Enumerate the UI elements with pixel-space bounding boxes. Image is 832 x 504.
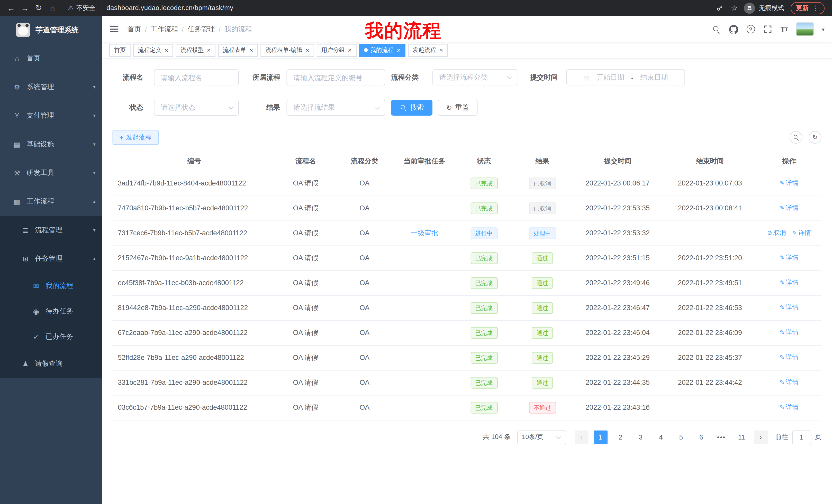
font-size-icon[interactable]: TT	[781, 24, 788, 34]
create-process-button[interactable]: + 发起流程	[113, 130, 159, 145]
fullscreen-icon[interactable]	[763, 24, 773, 34]
tab-流程模型[interactable]: 流程模型 ×	[176, 44, 215, 57]
sidebar-item-home[interactable]: ⌂ 首页	[0, 44, 102, 73]
sidebar-item-leave-query[interactable]: ♟ 请假查询	[0, 349, 102, 378]
page-button-3[interactable]: 3	[634, 430, 648, 444]
close-icon[interactable]: ×	[306, 47, 309, 53]
goto-page-input[interactable]	[792, 430, 811, 444]
category-select[interactable]: 请选择流程分类	[433, 69, 517, 85]
status-select[interactable]: 请选择状态	[154, 100, 239, 116]
prev-page-button[interactable]: ‹	[574, 430, 588, 444]
next-page-button[interactable]: ›	[754, 430, 768, 444]
cell-current-task	[394, 171, 455, 196]
detail-link[interactable]: ✎详情	[780, 254, 799, 261]
sidebar-item-todo-tasks[interactable]: ◉ 待办任务	[0, 299, 102, 324]
close-icon[interactable]: ×	[348, 47, 352, 53]
tab-流程表单[interactable]: 流程表单 ×	[218, 44, 258, 57]
cancel-link[interactable]: ⊘取消	[767, 229, 786, 236]
bookmark-star-icon[interactable]: ☆	[731, 4, 738, 12]
close-icon[interactable]: ×	[397, 47, 400, 53]
menu-dots-icon[interactable]: ⋮	[812, 4, 820, 12]
caret-down-icon[interactable]: ▾	[822, 26, 825, 32]
home-icon[interactable]: ⌂	[46, 3, 59, 12]
current-task-link[interactable]: 一级审批	[411, 229, 438, 237]
header-search-icon[interactable]	[711, 24, 721, 34]
close-icon[interactable]: ×	[439, 47, 443, 53]
tab-流程定义[interactable]: 流程定义 ×	[133, 44, 173, 57]
tab-首页[interactable]: 首页	[109, 44, 131, 57]
avatar[interactable]	[796, 22, 814, 36]
sidebar-item-infra[interactable]: ▤ 基础设施 ▾	[0, 130, 102, 159]
search-button[interactable]: 搜索	[391, 100, 433, 116]
help-icon[interactable]: ?	[747, 25, 755, 33]
github-icon[interactable]	[729, 24, 738, 34]
sidebar-item-system[interactable]: ⚙ 系统管理 ▾	[0, 73, 102, 101]
breadcrumb-item[interactable]: 任务管理	[187, 24, 215, 34]
close-icon[interactable]: ×	[250, 47, 253, 53]
detail-link[interactable]: ✎详情	[780, 379, 799, 386]
address-url[interactable]: dashboard.yudao.iocoder.cn/bpm/task/my	[106, 4, 233, 12]
breadcrumb-item[interactable]: 工作流程	[150, 24, 178, 34]
reload-icon[interactable]: ↻	[32, 3, 46, 12]
key-icon[interactable]	[715, 3, 725, 12]
result-select[interactable]: 请选择流结果	[286, 100, 385, 116]
detail-link[interactable]: ✎详情	[780, 329, 799, 336]
page-size-select[interactable]: 10条/页	[517, 430, 566, 444]
chat-icon: ✉	[32, 282, 41, 290]
close-icon[interactable]: ×	[164, 47, 168, 53]
page-button-5[interactable]: 5	[674, 430, 688, 444]
sidebar-item-devtools[interactable]: ⚒ 研发工具 ▾	[0, 159, 102, 187]
page-button-1[interactable]: 1	[593, 430, 607, 444]
detail-link[interactable]: ✎详情	[780, 279, 799, 286]
detail-link[interactable]: ✎详情	[780, 204, 799, 212]
update-browser-button[interactable]: 更新 ⋮	[790, 2, 825, 14]
tags-view-bar: 首页 流程定义 × 流程模型 × 流程表单 × 流程表单-编辑 × 用户分组 ×…	[102, 43, 832, 58]
detail-link[interactable]: ✎详情	[780, 304, 799, 311]
page-ellipsis[interactable]: •••	[714, 430, 728, 444]
tab-用户分组[interactable]: 用户分组 ×	[317, 44, 357, 57]
page-button-2[interactable]: 2	[614, 430, 628, 444]
workflow-icon: ▦	[13, 198, 21, 205]
sidebar-item-process-mgmt[interactable]: ≣ 流程管理 ▾	[0, 216, 102, 244]
sidebar-item-task-mgmt[interactable]: ⊞ 任务管理 ▴	[0, 244, 102, 273]
tab-我的流程[interactable]: 我的流程 ×	[359, 44, 406, 57]
page-button-11[interactable]: 11	[734, 430, 749, 444]
cell-actions: ✎详情	[757, 395, 822, 420]
cell-end-time: 2022-01-22 23:46:53	[663, 296, 757, 320]
table-row: ec45f38f-7b9a-11ec-b03b-acde48001122OA 请…	[113, 271, 822, 296]
cell-category: OA	[335, 345, 394, 370]
sidebar-item-done-tasks[interactable]: ✓ 已办任务	[0, 324, 102, 349]
cell-status: 已完成	[455, 246, 513, 271]
process-id-input[interactable]	[286, 69, 385, 85]
incognito-badge[interactable]: 无痕模式	[744, 2, 784, 13]
tab-发起流程[interactable]: 发起流程 ×	[408, 44, 448, 57]
toggle-search-button[interactable]	[789, 131, 802, 144]
date-range-picker[interactable]: ▦ 开始日期 - 结束日期	[566, 69, 685, 85]
detail-link[interactable]: ✎详情	[792, 229, 811, 236]
logo-row[interactable]: 芋道管理系统	[0, 16, 102, 44]
column-header: 当前审批任务	[394, 151, 455, 171]
detail-link[interactable]: ✎详情	[780, 403, 799, 411]
forward-icon[interactable]: →	[18, 3, 32, 12]
security-label: 不安全	[76, 3, 95, 12]
sidebar-item-payment[interactable]: ¥ 支付管理 ▾	[0, 101, 102, 130]
breadcrumb-item[interactable]: 首页	[127, 24, 141, 34]
reset-button[interactable]: ↻ 重置	[438, 100, 478, 116]
page-button-4[interactable]: 4	[654, 430, 668, 444]
back-icon[interactable]: ←	[4, 3, 18, 12]
detail-link[interactable]: ✎详情	[780, 354, 799, 361]
close-icon[interactable]: ×	[207, 47, 211, 53]
cell-end-time: 2022-01-22 23:46:09	[663, 320, 757, 345]
cell-category: OA	[335, 196, 394, 221]
page-button-6[interactable]: 6	[694, 430, 708, 444]
security-chip[interactable]: ⚠ 不安全	[68, 3, 95, 12]
refresh-table-button[interactable]: ↻	[809, 131, 822, 144]
cell-status: 已完成	[455, 271, 513, 296]
detail-link[interactable]: ✎详情	[780, 179, 799, 187]
process-name-input[interactable]	[154, 69, 239, 85]
hamburger-icon[interactable]	[102, 26, 126, 32]
task-icon: ⊞	[21, 255, 30, 263]
sidebar-item-my-process[interactable]: ✉ 我的流程	[0, 273, 102, 299]
sidebar-item-workflow[interactable]: ▦ 工作流程 ▴	[0, 187, 102, 216]
tab-流程表单-编辑[interactable]: 流程表单-编辑 ×	[260, 44, 314, 57]
